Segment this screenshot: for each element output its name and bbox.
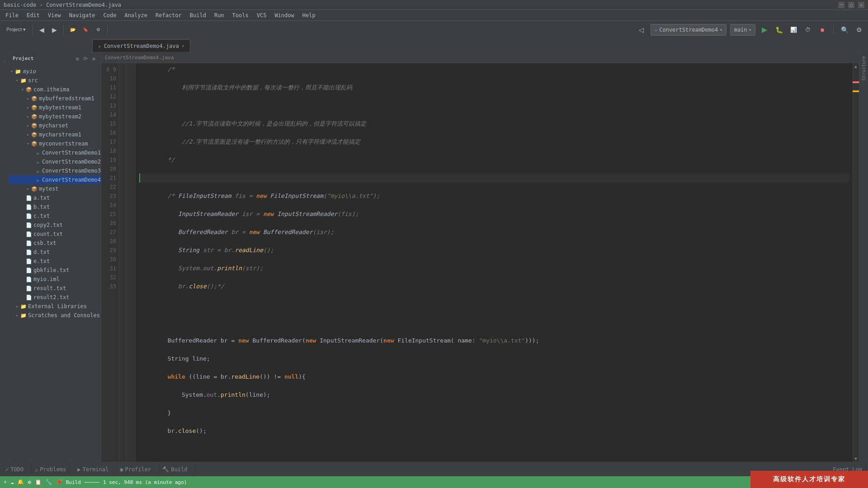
fold-31[interactable]: [120, 273, 125, 282]
minimize-btn[interactable]: ─: [838, 2, 844, 8]
tree-item-mycharset[interactable]: ▸📦mycharset: [9, 121, 101, 130]
fold-30[interactable]: [120, 264, 125, 273]
maximize-btn[interactable]: □: [848, 2, 854, 8]
fold-28[interactable]: [120, 246, 125, 255]
menu-vcs[interactable]: VCS: [253, 11, 270, 19]
tree-item-ConvertStreamDemo4[interactable]: ☕ConvertStreamDemo4: [9, 175, 101, 184]
fold-20[interactable]: [120, 174, 125, 183]
tree-item-count.txt[interactable]: 📄count.txt: [9, 230, 101, 239]
fold-22[interactable]: [120, 192, 125, 201]
tree-item-ConvertStreamDemo2[interactable]: ☕ConvertStreamDemo2: [9, 157, 101, 166]
tab-build[interactable]: 🔨 Build: [157, 462, 193, 477]
settings-gear-btn[interactable]: ⚙: [854, 24, 864, 35]
fold-18[interactable]: [120, 155, 125, 164]
tab-todo[interactable]: ✓ TODO: [0, 462, 29, 477]
tree-item-mybytestream1[interactable]: ▸📦mybytestream1: [9, 103, 101, 112]
menu-analyze[interactable]: Analyze: [121, 11, 151, 19]
stop-btn[interactable]: ■: [817, 24, 828, 35]
tree-item-mybufferedstream1[interactable]: ▸📦mybufferedstream1: [9, 94, 101, 103]
menu-run[interactable]: Run: [211, 11, 228, 19]
project-btn[interactable]: Project ▾: [4, 24, 28, 35]
fold-10[interactable]: [120, 83, 125, 92]
menu-edit[interactable]: Edit: [23, 11, 43, 19]
coverage-btn[interactable]: 📊: [788, 24, 799, 35]
fold-9[interactable]: [120, 74, 125, 83]
menu-refactor[interactable]: Refactor: [152, 11, 185, 19]
tree-item-com.itheima[interactable]: ▾📦com.itheima: [9, 85, 101, 94]
code-editor[interactable]: /* 利用字节流读取文件中的数据，每次读一整行，而且不能出现乱码 //1.字节流…: [136, 63, 853, 462]
tab-terminal[interactable]: ▶ Terminal: [72, 462, 114, 477]
tree-item-e.txt[interactable]: 📄e.txt: [9, 257, 101, 266]
menu-help[interactable]: Help: [299, 11, 319, 19]
recent-btn[interactable]: 📂: [67, 24, 78, 35]
tree-item-mytest[interactable]: ▸📦mytest: [9, 184, 101, 193]
tree-item-src[interactable]: ▾📁src: [9, 76, 101, 85]
menu-tools[interactable]: Tools: [229, 11, 252, 19]
fold-24[interactable]: [120, 210, 125, 219]
fold-26[interactable]: [120, 228, 125, 237]
menu-build[interactable]: Build: [186, 11, 210, 19]
tree-item-ConvertStreamDemo1[interactable]: ☕ConvertStreamDemo1: [9, 148, 101, 157]
tree-item-result.txt[interactable]: 📄result.txt: [9, 284, 101, 293]
fold-23[interactable]: [120, 201, 125, 210]
back-nav-btn[interactable]: ◁: [636, 24, 647, 35]
tree-item-b.txt[interactable]: 📄b.txt: [9, 202, 101, 211]
structure-btn[interactable]: Structure: [861, 56, 866, 80]
tree-item-copy2.txt[interactable]: 📄copy2.txt: [9, 221, 101, 230]
fold-25[interactable]: [120, 219, 125, 228]
fold-27[interactable]: [120, 237, 125, 246]
scroll-gutter[interactable]: ▲ ▼: [853, 63, 859, 462]
menu-view[interactable]: View: [44, 11, 65, 19]
fold-33[interactable]: [120, 291, 125, 300]
run-btn[interactable]: ▶: [759, 24, 770, 35]
tree-item-mybytestream2[interactable]: ▸📦mybytestream2: [9, 112, 101, 121]
tree-item-result2.txt[interactable]: 📄result2.txt: [9, 293, 101, 302]
fold-14[interactable]: [120, 119, 125, 128]
fold-13[interactable]: [120, 110, 125, 119]
tree-item-ScratchesAndConsoles[interactable]: ▸📁Scratches and Consoles: [9, 311, 101, 320]
profile-btn[interactable]: ⏱: [802, 24, 813, 35]
menu-navigate[interactable]: Navigate: [66, 11, 99, 19]
sidebar-cog-btn[interactable]: ⚙: [74, 55, 81, 62]
fold-32[interactable]: [120, 282, 125, 291]
search-everywhere-btn[interactable]: 🔍: [839, 24, 850, 35]
fold-16[interactable]: [120, 137, 125, 146]
bookmark-btn[interactable]: 🔖: [80, 24, 91, 35]
tree-item-gbkfile.txt[interactable]: 📄gbkfile.txt: [9, 266, 101, 275]
tree-item-mycharstream1[interactable]: ▸📦mycharstream1: [9, 130, 101, 139]
tree-item-c.txt[interactable]: 📄c.txt: [9, 211, 101, 221]
tree-item-csb.txt[interactable]: 📄csb.txt: [9, 239, 101, 248]
tree-item-ConvertStreamDemo3[interactable]: ☕ConvertStreamDemo3: [9, 166, 101, 175]
main-config-selector[interactable]: main ▾: [730, 24, 755, 36]
settings-btn[interactable]: ⚙: [93, 24, 104, 35]
fold-15[interactable]: [120, 128, 125, 137]
favorites-btn[interactable]: ☆: [1, 56, 8, 68]
fold-21[interactable]: [120, 183, 125, 192]
sidebar-collapse-btn[interactable]: ≡: [90, 55, 97, 62]
menu-code[interactable]: Code: [100, 11, 120, 19]
forward-btn[interactable]: ▶: [49, 24, 60, 35]
fold-29[interactable]: [120, 255, 125, 264]
tree-item-myconvertstream[interactable]: ▾📦myconvertstream: [9, 139, 101, 148]
back-btn[interactable]: ◀: [36, 24, 47, 35]
tree-item-a.txt[interactable]: 📄a.txt: [9, 193, 101, 202]
debug-btn[interactable]: 🐛: [774, 24, 784, 35]
fold-19[interactable]: [120, 164, 125, 174]
fold-8[interactable]: [120, 65, 125, 74]
tree-item-ExternalLibraries[interactable]: ▸📁External Libraries: [9, 302, 101, 311]
close-btn[interactable]: ✕: [858, 2, 864, 8]
run-config-selector[interactable]: ☕ ConvertStreamDemo4 ▾: [651, 24, 726, 36]
tab-close-icon[interactable]: ✕: [182, 43, 184, 48]
fold-11[interactable]: [120, 92, 125, 101]
tree-item-d.txt[interactable]: 📄d.txt: [9, 248, 101, 257]
menu-file[interactable]: File: [2, 11, 22, 19]
tree-item-myio.iml[interactable]: 📄myio.iml: [9, 275, 101, 284]
fold-12[interactable]: [120, 101, 125, 110]
menu-window[interactable]: Window: [271, 11, 297, 19]
sidebar-expand-btn[interactable]: ⟳: [82, 55, 89, 62]
tab-problems[interactable]: ⚠ Problems: [29, 462, 72, 477]
tree-item-myio[interactable]: ▾📁myio: [9, 67, 101, 76]
tab-convertstream4[interactable]: ☕ ConvertStreamDemo4.java ✕: [92, 39, 190, 52]
tab-profiler[interactable]: ◉ Profiler: [114, 462, 157, 477]
fold-17[interactable]: [120, 146, 125, 155]
